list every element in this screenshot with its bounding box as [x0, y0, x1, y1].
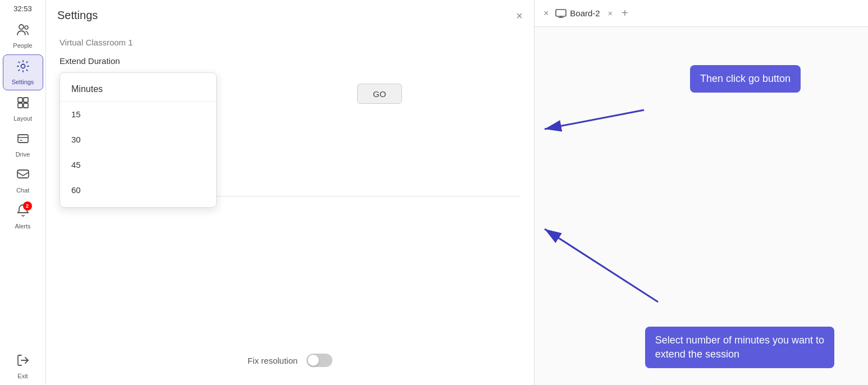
go-button[interactable]: GO [357, 84, 402, 104]
sidebar-item-drive[interactable]: Drive [3, 127, 43, 162]
svg-rect-10 [17, 170, 29, 178]
sidebar-item-settings-label: Settings [12, 79, 34, 85]
dropdown-option-15[interactable]: 15 [60, 102, 216, 127]
board-add-button[interactable]: + [622, 7, 628, 20]
svg-point-1 [25, 26, 28, 29]
callout-then-click-text: Then click go button [700, 73, 791, 84]
monitor-icon [555, 9, 567, 18]
alerts-icon: 2 [16, 204, 30, 221]
callout-then-click: Then click go button [690, 65, 801, 93]
fix-resolution-toggle[interactable] [307, 354, 332, 367]
settings-close-button[interactable]: × [516, 10, 523, 21]
fix-resolution-row: Fix resolution [60, 354, 520, 367]
svg-rect-14 [556, 10, 566, 16]
callout-select-minutes: Select number of minutes you want toexte… [645, 327, 834, 368]
settings-header: Settings × [46, 0, 534, 29]
board-panel: × Board-2 × + [534, 0, 868, 385]
sidebar-item-layout-label: Layout [13, 115, 32, 122]
classroom-name: Virtual Classroom 1 [60, 38, 520, 47]
svg-rect-7 [18, 135, 28, 143]
minutes-dropdown[interactable]: Minutes 15 30 45 60 [60, 72, 217, 208]
sidebar-item-chat-label: Chat [16, 187, 29, 194]
sidebar-item-layout[interactable]: Layout [3, 91, 43, 126]
svg-rect-3 [18, 98, 22, 102]
sidebar-item-exit-label: Exit [17, 373, 28, 379]
sidebar: 32:53 People Settings [0, 0, 46, 385]
dropdown-option-60[interactable]: 60 [60, 177, 216, 203]
board-tab-title: Board-2 [570, 8, 600, 18]
annotation-arrows [534, 27, 868, 385]
main-content: Settings × Virtual Classroom 1 Extend Du… [46, 0, 868, 385]
extend-duration-label: Extend Duration [60, 56, 520, 66]
settings-title: Settings [57, 9, 98, 22]
board-content: Then click go button Select number of mi… [534, 27, 868, 385]
sidebar-item-people-label: People [13, 42, 32, 49]
svg-rect-4 [24, 98, 28, 102]
people-icon [16, 23, 30, 40]
annotation-layer: Then click go button Select number of mi… [534, 27, 868, 385]
sidebar-item-alerts[interactable]: 2 Alerts [3, 199, 43, 234]
svg-rect-5 [18, 103, 22, 108]
svg-line-17 [545, 110, 644, 129]
chat-icon [16, 168, 30, 185]
settings-body: Virtual Classroom 1 Extend Duration Minu… [46, 29, 534, 385]
fix-resolution-label: Fix resolution [248, 356, 298, 365]
svg-rect-6 [24, 103, 28, 108]
sidebar-item-drive-label: Drive [16, 151, 30, 158]
sidebar-item-exit[interactable]: Exit [3, 349, 43, 384]
exit-icon [16, 354, 30, 370]
board-header: × Board-2 × + [534, 0, 868, 27]
sidebar-item-settings[interactable]: Settings [3, 54, 43, 90]
dropdown-option-30[interactable]: 30 [60, 127, 216, 152]
alerts-badge: 2 [23, 201, 32, 210]
svg-line-18 [545, 229, 658, 302]
board-tab-close-button[interactable]: × [608, 9, 613, 18]
callout-select-minutes-text: Select number of minutes you want toexte… [655, 334, 824, 360]
board-panel-close-button[interactable]: × [543, 8, 549, 19]
dropdown-option-45[interactable]: 45 [60, 152, 216, 177]
sidebar-item-alerts-label: Alerts [15, 223, 30, 230]
svg-point-0 [19, 25, 24, 29]
sidebar-item-chat[interactable]: Chat [3, 163, 43, 198]
settings-panel: Settings × Virtual Classroom 1 Extend Du… [46, 0, 534, 385]
drive-icon [16, 132, 30, 149]
board-tab[interactable]: Board-2 × [555, 8, 613, 18]
clock-display: 32:53 [13, 4, 32, 13]
minutes-dropdown-header: Minutes [60, 77, 216, 102]
sidebar-item-people[interactable]: People [3, 19, 43, 53]
gear-icon [16, 59, 30, 76]
layout-icon [16, 96, 30, 113]
svg-point-2 [21, 65, 25, 68]
